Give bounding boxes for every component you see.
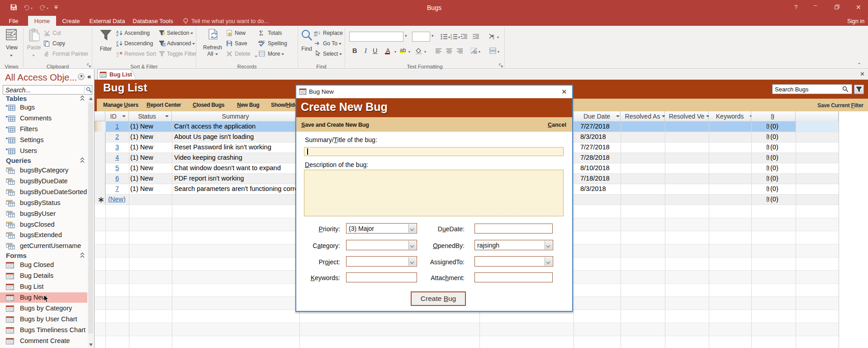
svg-text:ac: ac bbox=[314, 33, 318, 36]
svg-text:Z: Z bbox=[116, 33, 119, 36]
svg-text:3: 3 bbox=[451, 38, 452, 40]
svg-text:Σ: Σ bbox=[259, 29, 263, 36]
svg-text:A: A bbox=[116, 43, 119, 47]
svg-text:¶: ¶ bbox=[492, 33, 494, 40]
svg-text:Z: Z bbox=[117, 54, 119, 57]
